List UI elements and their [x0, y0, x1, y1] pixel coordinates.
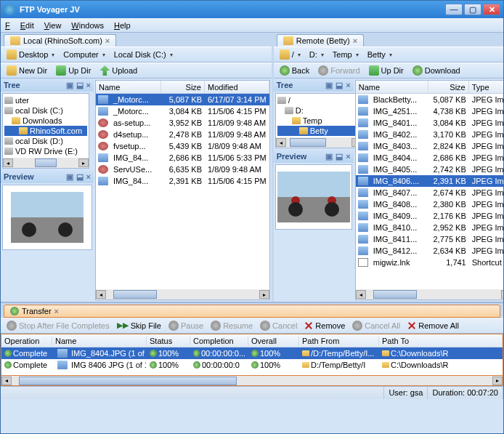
col-name[interactable]: Name [96, 81, 161, 93]
file-row[interactable]: BlackBetty...5,087 KBJPEG Ima [356, 94, 504, 105]
col-size[interactable]: Size [428, 81, 469, 93]
col-to[interactable]: Path To [379, 337, 503, 345]
col-completion[interactable]: Completion [190, 337, 248, 345]
file-row[interactable]: IMG_8406....2,391 KBJPEG Ima [356, 175, 504, 187]
file-row[interactable]: IMG_8410...2,952 KBJPEG Ima [356, 222, 504, 233]
remote-filelist[interactable]: Name Size Type BlackBetty...5,087 KBJPEG… [355, 80, 504, 300]
pin-icon[interactable]: ▣ [66, 81, 73, 90]
menu-windows[interactable]: Windows [71, 21, 104, 30]
crumb-desktop[interactable]: Desktop [4, 49, 57, 60]
col-modified[interactable]: Modified [205, 81, 269, 93]
file-row[interactable]: fvsetup...5,439 KB1/8/09 9:48 AM [96, 140, 269, 152]
tree-item[interactable]: ocal Disk (D:) [4, 136, 87, 146]
tree-item[interactable]: Temp [277, 116, 360, 126]
close-button[interactable]: ✕ [483, 4, 500, 15]
col-overall[interactable]: Overall [248, 337, 299, 345]
tree-item[interactable]: RhinoSoft.com [4, 126, 87, 136]
menu-view[interactable]: View [44, 21, 62, 30]
file-row[interactable]: IMG_8404...2,686 KBJPEG Ima [356, 152, 504, 164]
pin2-icon[interactable]: ⬓ [76, 81, 84, 90]
tree-item[interactable]: / [277, 95, 360, 105]
file-row[interactable]: IMG_8401...3,084 KBJPEG Ima [356, 117, 504, 129]
file-row[interactable]: d4setup...2,478 KB11/8/09 9:48 AM [96, 129, 269, 140]
skip-button[interactable]: ▶▶Skip File [114, 320, 164, 331]
tree-item[interactable]: ocal Disk (C:) [4, 105, 87, 116]
col-status[interactable]: Status [147, 337, 190, 345]
removeall-button[interactable]: Remove All [405, 321, 462, 331]
tab-close-icon[interactable]: × [105, 36, 110, 45]
col-operation[interactable]: Operation [1, 337, 52, 345]
file-row[interactable]: migwiz.lnk1,741Shortcut [356, 257, 504, 268]
back-button[interactable]: Back [277, 65, 312, 76]
filelist-hscroll[interactable]: ◂▸ [96, 289, 269, 300]
preview-header: Preview▣⬓× [1, 170, 94, 183]
remove-button[interactable]: Remove [301, 321, 348, 331]
transfer-hscroll[interactable]: ◂▸ [1, 376, 503, 386]
tree-item[interactable]: Betty [277, 126, 360, 136]
tab-transfer[interactable]: Transfer × [4, 305, 500, 318]
col-name[interactable]: Name [52, 337, 147, 345]
tab-local[interactable]: Local (RhinoSoft.com) × [4, 34, 116, 47]
local-filelist[interactable]: Name Size Modified _Motorc...5,087 KB6/1… [95, 80, 270, 300]
filelist-hscroll[interactable]: ◂▸ [356, 289, 504, 300]
col-size[interactable]: Size [161, 81, 205, 93]
menu-file[interactable]: F [5, 21, 10, 30]
menu-help[interactable]: Help [114, 21, 131, 30]
transfer-row[interactable]: CompleteIMG_8404.JPG (1 of 1)100%00:00:0… [1, 347, 503, 359]
file-row[interactable]: IMG_8403...2,824 KBJPEG Ima [356, 140, 504, 152]
tab-close-icon[interactable]: × [353, 36, 357, 45]
updir-button[interactable]: Up Dir [53, 65, 94, 76]
file-row[interactable]: IMG_8412...2,634 KBJPEG Ima [356, 245, 504, 257]
tree-item[interactable]: VD RW Drive (E:) [4, 146, 87, 156]
updir-button[interactable]: Up Dir [366, 65, 407, 76]
maximize-button[interactable]: ▢ [464, 4, 481, 15]
col-type[interactable]: Type [469, 81, 504, 93]
transfer-grid[interactable]: Operation Name Status Completion Overall… [1, 334, 503, 376]
file-row[interactable]: _Motorc...5,087 KB6/17/07 3:14 PM [96, 94, 269, 105]
file-row[interactable]: IMG_4251...4,738 KBJPEG Ima [356, 105, 504, 117]
file-row[interactable]: IMG_8402...3,170 KBJPEG Ima [356, 129, 504, 140]
file-row[interactable]: _Motorc...3,084 KB11/5/06 4:15 PM [96, 105, 269, 117]
clock-icon [193, 361, 200, 369]
upload-button[interactable]: Upload [97, 65, 140, 76]
file-row[interactable]: IMG_84...2,686 KB11/5/06 5:33 PM [96, 152, 269, 164]
col-from[interactable]: Path From [299, 337, 379, 345]
stop-button[interactable]: Stop After File Completes [4, 320, 113, 331]
newdir-button[interactable]: New Dir [4, 65, 50, 76]
cancel-button[interactable]: Cancel [257, 320, 300, 331]
file-row[interactable]: ServUSe...6,635 KB1/8/09 9:48 AM [96, 164, 269, 175]
tree-hscroll[interactable]: ◂▸ [3, 158, 89, 168]
download-button[interactable]: Download [410, 65, 463, 76]
crumb-localdisk[interactable]: Local Disk (C:) [111, 49, 176, 60]
file-row[interactable]: IMG_8409...2,176 KBJPEG Ima [356, 210, 504, 222]
local-tree[interactable]: uterocal Disk (C:)DownloadsRhinoSoft.com… [2, 93, 89, 169]
tab-close-icon[interactable]: × [54, 307, 59, 316]
tree-item[interactable]: uter [4, 95, 87, 105]
crumb-d[interactable]: D: [306, 49, 327, 60]
pause-button[interactable]: Pause [166, 320, 206, 331]
col-name[interactable]: Name [356, 81, 428, 93]
file-row[interactable]: IMG_8407...2,674 KBJPEG Ima [356, 187, 504, 198]
crumb-temp[interactable]: Temp [330, 49, 362, 60]
crumb-computer[interactable]: Computer [60, 49, 107, 60]
transfer-row[interactable]: CompleteIMG 8406 JPG (1 of 1)100%00:00:0… [1, 359, 503, 371]
minimize-button[interactable]: — [445, 4, 463, 15]
tree-hscroll[interactable]: ◂▸ [276, 137, 362, 148]
remote-tree[interactable]: /D:TempBetty ◂▸ [275, 93, 362, 148]
file-row[interactable]: IMG_84...2,391 KB11/5/06 4:15 PM [96, 175, 269, 187]
file-row[interactable]: IMG_8408...2,380 KBJPEG Ima [356, 198, 504, 210]
resume-button[interactable]: Resume [208, 320, 256, 331]
menu-edit[interactable]: Edit [20, 21, 34, 30]
tree-item[interactable]: D: [277, 105, 360, 116]
file-name: IMG_8410... [370, 223, 428, 232]
crumb-root[interactable]: / [277, 49, 304, 60]
file-row[interactable]: as-setup...3,952 KB11/8/09 9:48 AM [96, 117, 269, 129]
file-row[interactable]: IMG_8405...2,742 KBJPEG Ima [356, 164, 504, 175]
crumb-betty[interactable]: Betty [365, 49, 395, 60]
forward-button[interactable]: Forward [315, 65, 362, 76]
file-row[interactable]: IMG_8411...2,775 KBJPEG Ima [356, 233, 504, 245]
cancelall-button[interactable]: Cancel All [349, 320, 403, 331]
tree-item[interactable]: Downloads [4, 116, 87, 126]
tab-remote[interactable]: Remote (Betty) × [277, 34, 364, 47]
close-icon[interactable]: × [86, 81, 91, 90]
